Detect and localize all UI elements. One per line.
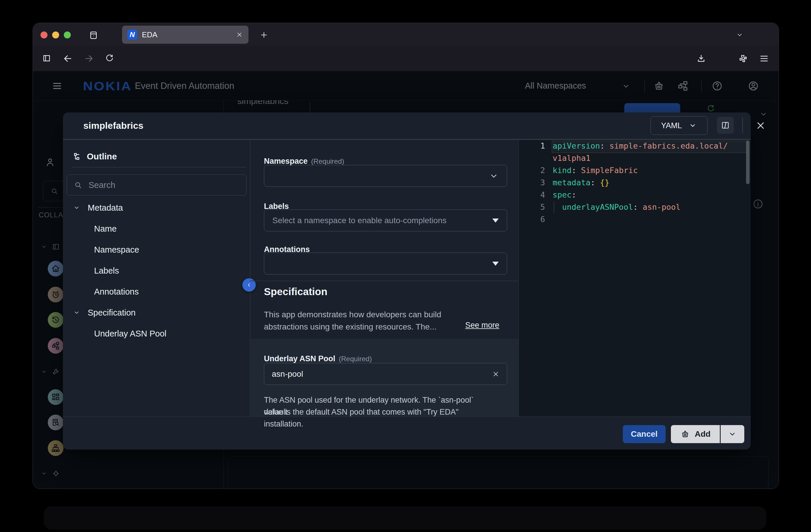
code-line[interactable]: 6 <box>519 213 751 226</box>
format-selector-yaml[interactable]: YAML <box>651 116 708 135</box>
line-number: 6 <box>519 213 553 226</box>
editor-scrollbar[interactable] <box>746 140 750 184</box>
clear-input-icon[interactable] <box>492 370 500 378</box>
outline-search-input[interactable] <box>88 180 229 190</box>
outline-item-annotations[interactable]: Annotations <box>63 281 249 302</box>
code-lines: 1apiVersion: simple-fabrics.eda.local/v1… <box>519 140 751 226</box>
code-line[interactable]: 1apiVersion: simple-fabrics.eda.local/ <box>519 140 751 152</box>
forward-icon[interactable] <box>83 53 94 64</box>
specification-description: This app demonstrates how developers can… <box>264 308 456 333</box>
cancel-button[interactable]: Cancel <box>623 425 665 443</box>
outline-item-label: Annotations <box>94 287 139 297</box>
outline-divider <box>72 167 246 168</box>
header-divider <box>742 118 743 133</box>
code-line[interactable]: 5 underlayASNPool: asn-pool <box>519 201 751 213</box>
code-text: apiVersion: simple-fabrics.eda.local/ <box>553 140 728 152</box>
annotations-combobox[interactable] <box>264 253 507 274</box>
asn-field-label: Underlay ASN Pool(Required) <box>264 354 372 363</box>
minimize-window-button[interactable] <box>52 31 59 39</box>
zoom-window-button[interactable] <box>64 31 71 39</box>
code-line[interactable]: 2kind: SimpleFabric <box>519 164 751 177</box>
chevron-down-icon <box>489 171 499 181</box>
format-selector-value: YAML <box>661 121 682 130</box>
chevron-down-icon <box>688 121 697 130</box>
outline-item-label: Metadata <box>88 203 123 213</box>
back-icon[interactable] <box>63 53 73 64</box>
asn-pool-field[interactable] <box>264 363 507 385</box>
add-button[interactable]: Add <box>671 425 720 443</box>
dock-shadow <box>44 506 766 530</box>
see-more-link[interactable]: See more <box>465 321 499 330</box>
tab-title: EDA <box>142 30 236 39</box>
line-number: 1 <box>519 140 553 152</box>
eda-favicon: N <box>127 30 137 40</box>
close-window-button[interactable] <box>41 31 47 39</box>
line-number: 4 <box>519 189 553 201</box>
outline-item-labels[interactable]: Labels <box>63 260 249 281</box>
sidebar-tabs-icon[interactable] <box>88 30 99 41</box>
caret-down-icon <box>492 262 499 266</box>
add-button-label: Add <box>695 429 710 439</box>
code-line[interactable]: 3metadata: {} <box>519 177 751 189</box>
code-text: spec: <box>553 189 576 201</box>
outline-item-namespace[interactable]: Namespace <box>63 239 249 260</box>
outline-item-label: Underlay ASN Pool <box>94 329 166 338</box>
line-number: 5 <box>519 201 553 213</box>
code-text: kind: SimpleFabric <box>553 164 638 177</box>
dialog-title: simplefabrics <box>83 120 143 131</box>
namespace-select[interactable] <box>264 165 507 187</box>
chevron-down-icon[interactable] <box>73 309 80 316</box>
close-icon[interactable] <box>755 120 766 131</box>
footer-divider <box>63 416 751 417</box>
outline-title: Outline <box>87 152 117 162</box>
sidebar-toggle-icon[interactable] <box>42 53 51 63</box>
namespace-field-label: Namespace(Required) <box>264 157 344 166</box>
outline-item-name[interactable]: Name <box>63 218 249 239</box>
caret-down-icon <box>492 218 499 223</box>
outline-search[interactable] <box>67 174 246 196</box>
simplefabrics-dialog: simplefabrics YAML Outline MetadataNameN… <box>63 112 751 450</box>
add-dropdown-chevron[interactable] <box>720 425 744 443</box>
reload-icon[interactable] <box>105 53 114 63</box>
line-number: 3 <box>519 177 553 189</box>
code-text: underlayASNPool: asn-pool <box>553 201 680 213</box>
outline-item-specification[interactable]: Specification <box>63 302 249 323</box>
code-text: v1alpha1 <box>553 152 591 164</box>
labels-combobox[interactable]: Select a namespace to enable auto-comple… <box>264 210 507 231</box>
specification-heading: Specification <box>264 286 327 298</box>
tab-strip: N EDA <box>33 23 779 46</box>
downloads-icon[interactable] <box>696 53 706 64</box>
browser-toolbar: devbox.netdevops.me:19443/ui/app/main/si… <box>33 46 779 71</box>
extensions-puzzle-icon[interactable] <box>738 53 748 64</box>
outline-item-metadata[interactable]: Metadata <box>63 197 249 218</box>
chevron-down-icon[interactable] <box>73 204 80 212</box>
basket-icon <box>680 429 690 439</box>
code-line[interactable]: v1alpha1 <box>519 152 751 164</box>
tab-close-icon[interactable] <box>236 31 243 39</box>
line-number <box>519 152 553 164</box>
collapse-panel-button[interactable] <box>242 278 256 292</box>
asn-pool-input[interactable] <box>271 369 492 379</box>
labels-placeholder: Select a namespace to enable auto-comple… <box>272 216 492 225</box>
asn-help-line2: value is the default ASN pool that comes… <box>264 406 497 430</box>
yaml-editor[interactable]: 1apiVersion: simple-fabrics.eda.local/v1… <box>519 140 751 416</box>
outline-item-underlay-asn-pool[interactable]: Underlay ASN Pool <box>63 323 249 344</box>
code-text: metadata: {} <box>553 177 609 189</box>
outline-item-label: Labels <box>94 266 119 276</box>
search-icon <box>73 180 83 190</box>
browser-window: N EDA devbox.netdevops.me:19443/ui/app/m… <box>33 23 779 489</box>
split-view-icon[interactable] <box>717 117 734 134</box>
form-section-divider <box>250 280 519 281</box>
list-tabs-chevron-icon[interactable] <box>736 31 744 39</box>
outline-item-label: Namespace <box>94 245 139 255</box>
code-line[interactable]: 4spec: <box>519 189 751 201</box>
outline-tree-icon <box>72 152 83 163</box>
browser-tab-eda[interactable]: N EDA <box>122 26 248 44</box>
menu-hamburger-icon[interactable] <box>759 53 769 64</box>
outline-item-label: Name <box>94 224 117 234</box>
outline-item-label: Specification <box>88 308 136 318</box>
line-number: 2 <box>519 164 553 177</box>
new-tab-button[interactable] <box>260 31 268 39</box>
outline-tree: MetadataNameNamespaceLabelsAnnotationsSp… <box>63 197 249 344</box>
